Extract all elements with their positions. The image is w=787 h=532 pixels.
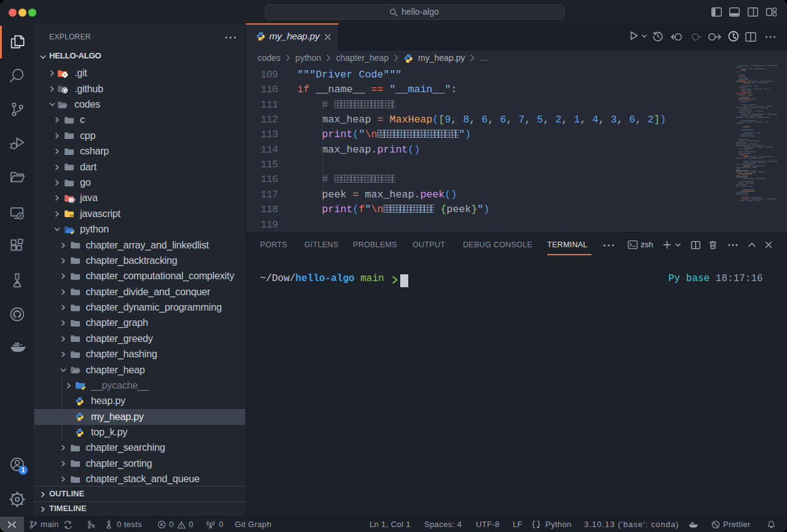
svg-text:JS: JS <box>69 213 74 219</box>
